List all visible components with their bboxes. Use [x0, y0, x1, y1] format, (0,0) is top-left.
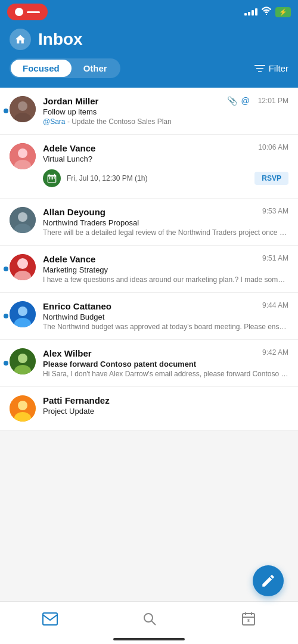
record-dot: [15, 8, 23, 16]
home-indicator: [113, 638, 185, 640]
svg-point-26: [144, 614, 153, 622]
tab-bar: Focused Other Filter: [10, 58, 288, 78]
email-list: Jordan Miller 📎 @ 12:01 PM Follow up ite…: [0, 88, 298, 431]
filter-button[interactable]: Filter: [254, 63, 288, 73]
email-top: Allan Deyoung 9:53 AM: [43, 207, 288, 217]
sender-name: Patti Fernandez: [43, 395, 110, 405]
avatar: [10, 207, 36, 233]
app-icon: [10, 29, 31, 50]
email-content: Allan Deyoung 9:53 AM Northwind Traders …: [43, 207, 288, 237]
calendar-row: Fri, Jul 10, 12:30 PM (1h) RSVP: [43, 167, 288, 190]
email-subject: Project Update: [43, 407, 288, 416]
sender-name: Allan Deyoung: [43, 207, 105, 217]
email-time: 10:06 AM: [258, 143, 288, 151]
svg-line-27: [152, 621, 156, 625]
header-title-row: Inbox: [10, 29, 288, 50]
email-item[interactable]: Allan Deyoung 9:53 AM Northwind Traders …: [0, 199, 298, 246]
svg-text:8: 8: [247, 618, 250, 623]
email-top: Patti Fernandez: [43, 395, 288, 405]
email-content: Alex Wilber 9:42 AM Please forward Conto…: [43, 348, 288, 378]
wifi-icon: [261, 7, 272, 17]
unread-indicator: [4, 109, 8, 113]
calendar-nav-icon: 8: [241, 612, 256, 630]
calendar-text: Fri, Jul 10, 12:30 PM (1h): [67, 174, 249, 182]
email-time: 9:51 AM: [262, 254, 288, 262]
email-preview: The Northwind budget was approved at tod…: [43, 323, 288, 331]
email-time: 9:42 AM: [262, 348, 288, 357]
email-top: Alex Wilber 9:42 AM: [43, 348, 288, 358]
page-title: Inbox: [38, 30, 83, 49]
email-top: Jordan Miller 📎 @ 12:01 PM: [43, 96, 288, 106]
signal-icon: [244, 8, 257, 16]
sender-name: Adele Vance: [43, 254, 95, 264]
email-content: Jordan Miller 📎 @ 12:01 PM Follow up ite…: [43, 96, 288, 126]
unread-indicator: [4, 267, 8, 271]
avatar: [10, 348, 36, 374]
sender-name: Jordan Miller: [43, 96, 98, 106]
sender-name: Enrico Cattaneo: [43, 301, 111, 311]
status-bar-right: ⚡: [244, 7, 291, 17]
email-item[interactable]: Jordan Miller 📎 @ 12:01 PM Follow up ite…: [0, 88, 298, 135]
sender-name: Adele Vance: [43, 143, 95, 153]
header: Inbox Focused Other Filter: [0, 24, 298, 88]
rsvp-button[interactable]: RSVP: [254, 172, 288, 185]
svg-point-23: [18, 401, 27, 410]
email-item[interactable]: Patti Fernandez Project Update: [0, 387, 298, 431]
svg-point-20: [18, 354, 27, 363]
record-line: [27, 11, 40, 13]
calendar-icon: [43, 169, 61, 187]
email-top: Enrico Cattaneo 9:44 AM: [43, 301, 288, 311]
email-subject: Northwind Budget: [43, 312, 288, 321]
svg-point-14: [17, 258, 28, 269]
email-top: Adele Vance 9:51 AM: [43, 254, 288, 264]
svg-point-5: [18, 101, 27, 111]
status-bar-left: [7, 4, 48, 20]
battery-icon: ⚡: [275, 7, 291, 17]
email-content: Enrico Cattaneo 9:44 AM Northwind Budget…: [43, 301, 288, 331]
email-item[interactable]: Adele Vance 9:51 AM Marketing Strategy I…: [0, 246, 298, 293]
svg-point-8: [18, 148, 27, 158]
nav-search[interactable]: [128, 607, 171, 634]
email-time: 9:44 AM: [262, 301, 288, 309]
email-time: 9:53 AM: [262, 207, 288, 215]
avatar: [10, 395, 36, 422]
email-preview: Hi Sara, I don't have Alex Darrow's emai…: [43, 370, 288, 378]
nav-calendar[interactable]: 8: [227, 607, 270, 634]
email-item[interactable]: Enrico Cattaneo 9:44 AM Northwind Budget…: [0, 293, 298, 340]
unread-indicator: [4, 361, 8, 366]
attachment-icon: 📎: [227, 96, 237, 106]
email-content: Adele Vance 9:51 AM Marketing Strategy I…: [43, 254, 288, 284]
nav-mail[interactable]: [28, 608, 72, 634]
tab-group: Focused Other: [10, 58, 120, 78]
preview-text: - Update the Contoso Sales Plan: [67, 117, 172, 126]
mail-nav-icon: [42, 612, 58, 629]
email-time: 12:01 PM: [258, 97, 288, 105]
avatar: [10, 254, 36, 280]
email-content: Patti Fernandez Project Update: [43, 395, 288, 422]
avatar: [10, 301, 36, 327]
email-subject: Follow up items: [43, 107, 288, 116]
svg-rect-25: [43, 613, 57, 625]
email-subject: Marketing Strategy: [43, 265, 288, 274]
email-subject: Please forward Contoso patent document: [43, 360, 288, 369]
record-button[interactable]: [7, 4, 48, 20]
tab-focused[interactable]: Focused: [11, 60, 72, 77]
mention-text: @Sara: [43, 117, 66, 126]
status-bar: ⚡: [0, 0, 298, 24]
email-subject: Northwind Traders Proposal: [43, 218, 288, 227]
search-nav-icon: [142, 612, 157, 630]
email-item[interactable]: Adele Vance 10:06 AM Virtual Lunch? Fri,…: [0, 135, 298, 199]
email-preview: There will be a detailed legal review of…: [43, 228, 288, 237]
tab-other[interactable]: Other: [72, 60, 119, 77]
email-preview: I have a few questions and ideas around …: [43, 275, 288, 284]
sender-name: Alex Wilber: [43, 348, 92, 358]
mention-icon: @: [241, 96, 249, 106]
svg-point-11: [18, 212, 27, 222]
svg-point-17: [18, 306, 27, 316]
email-top: Adele Vance 10:06 AM: [43, 143, 288, 153]
email-subject: Virtual Lunch?: [43, 154, 288, 163]
filter-label: Filter: [269, 63, 288, 73]
email-preview: @Sara - Update the Contoso Sales Plan: [43, 117, 288, 126]
compose-fab[interactable]: [253, 565, 284, 596]
email-item[interactable]: Alex Wilber 9:42 AM Please forward Conto…: [0, 340, 298, 387]
